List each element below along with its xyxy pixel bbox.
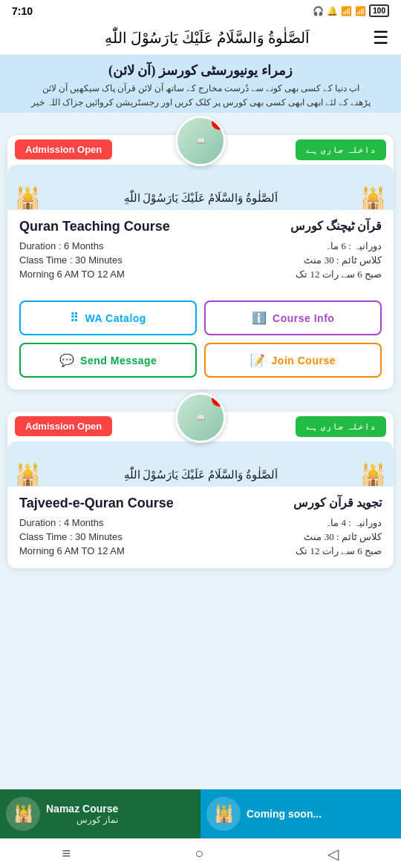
course1-title-ur: قرآن ٹیچنگ کورس xyxy=(290,219,382,233)
sub-header: زمراء یونیورسٹی کورسز (آن لائن) اب دنیا … xyxy=(0,55,401,113)
mosque-left-icon: 🕌 xyxy=(15,185,41,210)
daakhila-badge-1: داخلہ جاری ہے xyxy=(296,139,387,160)
course-card-1: 📖 1 Admission Open داخلہ جاری ہے 🕌 اَلصَ… xyxy=(7,135,394,389)
card1-mosque-icons: 🕌 اَلصَّلٰوةُ وَالسَّلَامُ عَلَيْكَ يَار… xyxy=(7,185,394,210)
courses-list: 📖 1 Admission Open داخلہ جاری ہے 🕌 اَلصَ… xyxy=(0,135,401,672)
course1-morning-en: Morning 6 AM TO 12 AM xyxy=(19,269,125,280)
admission-open-badge-2: Admission Open xyxy=(15,416,112,436)
status-time: 7:10 xyxy=(12,5,33,17)
card2-upper: 🕌 اَلصَّلٰوةُ وَالسَّلَامُ عَلَيْكَ يَار… xyxy=(7,441,394,487)
course1-duration-ur: دورانیہ : 6 ماہ xyxy=(325,240,382,252)
university-title: زمراء یونیورسٹی کورسز (آن لائن) xyxy=(12,62,389,79)
menu-icon[interactable]: ☰ xyxy=(373,27,389,48)
course1-classtime-ur: کلاس ٹائم : 30 منٹ xyxy=(304,254,382,266)
headphone-icon: 🎧 xyxy=(313,6,324,16)
course2-duration-en: Duration : 4 Months xyxy=(19,517,103,529)
card2-avatar: 📖 2 xyxy=(175,392,226,443)
course-card-2: 📖 2 Admission Open داخلہ جاری ہے 🕌 اَلصَ… xyxy=(7,412,394,568)
battery-indicator: 100 xyxy=(369,4,389,17)
course1-duration-en: Duration : 6 Months xyxy=(19,240,103,252)
wifi-icon: 📶 xyxy=(341,6,352,16)
app-header: اَلصَّلٰوةُ وَالسَّلَامُ عَلَيْكَ يَارَس… xyxy=(0,22,401,55)
signal-icon: 📶 xyxy=(355,6,366,16)
course1-morning-ur: صبح 6 سے رات 12 تک xyxy=(296,269,382,280)
sub-header-description: اب دنیا کے کسی بھی کونے سے دُرست مخارج ک… xyxy=(12,82,389,110)
namaz-title: Namaz Course xyxy=(46,803,118,815)
wa-catalog-button[interactable]: ⠿ WA Catalog xyxy=(19,300,197,335)
course2-classtime-ur: کلاس ٹائم : 30 منٹ xyxy=(304,531,382,543)
nav-home-icon[interactable]: ○ xyxy=(195,845,203,862)
status-icons: 🎧 🔔 📶 📶 100 xyxy=(313,4,389,17)
notification-badge-2: 2 xyxy=(212,392,226,407)
card1-upper: 🕌 اَلصَّلٰوةُ وَالسَّلَامُ عَلَيْكَ يَار… xyxy=(7,165,394,210)
coming-soon-avatar: 🕌 xyxy=(206,797,241,831)
course1-title-en: Quran Teaching Course xyxy=(19,219,170,234)
edit-icon: 📝 xyxy=(250,353,266,367)
card2-info: Tajveed-e-Quran Course تجوید قرآن کورس D… xyxy=(7,487,394,568)
card1-avatar-wrapper: 📖 1 xyxy=(175,116,226,166)
course2-title-en: Tajveed-e-Quran Course xyxy=(19,496,174,511)
card2-mosque-icons: 🕌 اَلصَّلٰوةُ وَالسَّلَامُ عَلَيْكَ يَار… xyxy=(7,462,394,487)
coming-soon-button[interactable]: 🕌 Coming soon... xyxy=(200,789,401,838)
course2-duration-ur: دورانیہ : 4 ماہ xyxy=(325,517,382,529)
whatsapp-icon: 💬 xyxy=(59,353,75,367)
card1-info: Quran Teaching Course قرآن ٹیچنگ کورس Du… xyxy=(7,210,394,292)
mosque-right-icon: 🕌 xyxy=(360,185,386,210)
grid-icon: ⠿ xyxy=(70,311,79,325)
bottom-action-bar: 🕌 Namaz Course نماز کورس 🕌 Coming soon..… xyxy=(0,789,401,838)
mosque2-left-icon: 🕌 xyxy=(15,462,41,487)
course-info-button[interactable]: ℹ️ Course Info xyxy=(204,300,382,335)
card1-buttons: ⠿ WA Catalog ℹ️ Course Info 💬 Send Messa… xyxy=(7,292,394,389)
join-course-button[interactable]: 📝 Join Course xyxy=(204,343,382,378)
namaz-avatar: 🕌 xyxy=(6,797,40,831)
coming-soon-label: Coming soon... xyxy=(247,808,322,820)
notification-icon: 🔔 xyxy=(327,6,338,16)
namaz-course-button[interactable]: 🕌 Namaz Course نماز کورس xyxy=(0,789,200,838)
card1-arabic-text: اَلصَّلٰوةُ وَالسَّلَامُ عَلَيْكَ يَارَس… xyxy=(41,191,360,205)
status-bar: 7:10 🎧 🔔 📶 📶 100 xyxy=(0,0,401,22)
namaz-subtitle: نماز کورس xyxy=(46,815,118,826)
course2-title-ur: تجوید قرآن کورس xyxy=(293,496,382,510)
namaz-btn-text: Namaz Course نماز کورس xyxy=(46,803,118,826)
send-message-button[interactable]: 💬 Send Message xyxy=(19,343,197,378)
card2-avatar-wrapper: 📖 2 xyxy=(175,392,226,443)
nav-bar: ≡ ○ ◁ xyxy=(0,838,401,868)
card1-avatar: 📖 1 xyxy=(175,116,226,166)
nav-menu-icon[interactable]: ≡ xyxy=(62,845,71,862)
mosque2-right-icon: 🕌 xyxy=(360,462,386,487)
notification-badge-1: 1 xyxy=(212,116,226,130)
daakhila-badge-2: داخلہ جاری ہے xyxy=(296,416,387,437)
admission-open-badge-1: Admission Open xyxy=(15,139,112,160)
card2-arabic-text: اَلصَّلٰوةُ وَالسَّلَامُ عَلَيْكَ يَارَس… xyxy=(41,468,360,481)
course2-morning-en: Morning 6 AM TO 12 AM xyxy=(19,545,125,557)
coming-soon-text: Coming soon... xyxy=(247,808,322,820)
course2-classtime-en: Class Time : 30 Minutes xyxy=(19,531,123,543)
info-icon: ℹ️ xyxy=(252,311,267,325)
header-arabic-title: اَلصَّلٰوةُ وَالسَّلَامُ عَلَيْكَ يَارَس… xyxy=(42,29,373,47)
nav-back-icon[interactable]: ◁ xyxy=(327,845,339,863)
course2-morning-ur: صبح 6 سے رات 12 تک xyxy=(296,545,382,557)
course1-classtime-en: Class Time : 30 Minutes xyxy=(19,254,123,266)
